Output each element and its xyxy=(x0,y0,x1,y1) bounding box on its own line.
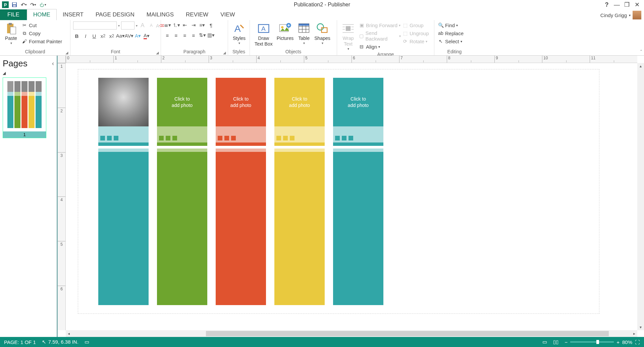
align-text-button[interactable]: ≡▾ xyxy=(199,21,206,29)
photo-placeholder[interactable]: Click to add photo xyxy=(157,78,207,126)
strip-body[interactable] xyxy=(216,152,266,305)
horizontal-scrollbar[interactable]: ◂ ▸ xyxy=(66,330,637,337)
strip-body[interactable] xyxy=(274,152,325,305)
collapse-panel-icon[interactable]: ‹ xyxy=(52,60,54,67)
photo-placeholder[interactable]: Click to add photo xyxy=(333,78,383,126)
outdent-button[interactable]: ⇤ xyxy=(181,21,189,29)
rotate-button[interactable]: ⟳Rotate▾ xyxy=(401,38,432,45)
photo-placeholder[interactable]: Click to add photo xyxy=(216,78,266,126)
tab-mailings[interactable]: MAILINGS xyxy=(141,9,180,20)
underline-button[interactable]: U xyxy=(91,32,98,40)
cut-button[interactable]: ✂Cut xyxy=(21,21,63,29)
line-spacing-button[interactable]: ⇅▾ xyxy=(199,32,206,39)
bookmark-strip[interactable]: Click to add photo xyxy=(216,78,266,305)
font-color-button[interactable]: A▾ xyxy=(143,32,150,40)
tab-page-design[interactable]: PAGE DESIGN xyxy=(90,9,141,20)
tab-insert[interactable]: INSERT xyxy=(57,9,90,20)
object-size-icon[interactable]: ▭ xyxy=(85,339,89,345)
close-icon[interactable]: ✕ xyxy=(633,1,641,8)
styles-button[interactable]: A Styles ▾ xyxy=(231,21,248,46)
superscript-button[interactable]: x2 xyxy=(108,32,115,40)
ungroup-button[interactable]: ⬚Ungroup xyxy=(401,30,432,37)
font-effects-button[interactable]: A▾ xyxy=(134,32,142,40)
columns-button[interactable]: ▥▾ xyxy=(207,32,215,39)
align-button[interactable]: ⊟Align▾ xyxy=(358,43,401,50)
publication-page[interactable]: Click to add photoClick to add photoClic… xyxy=(78,69,599,314)
minimize-icon[interactable]: — xyxy=(613,1,621,8)
undo-icon[interactable]: ↶▾ xyxy=(20,1,28,8)
scroll-thumb[interactable] xyxy=(206,331,609,336)
zoom-out-button[interactable]: − xyxy=(565,339,568,345)
font-size-input[interactable] xyxy=(121,21,135,30)
bookmark-strip[interactable]: Click to add photo xyxy=(274,78,325,305)
pictures-button[interactable]: Pictures xyxy=(275,21,296,42)
align-left-button[interactable]: ≡ xyxy=(164,32,171,39)
photo-placeholder[interactable]: Click to add photo xyxy=(274,78,325,126)
bookmark-strip[interactable]: Click to add photo xyxy=(333,78,383,305)
restore-icon[interactable]: ❐ xyxy=(623,1,631,8)
save-icon[interactable] xyxy=(11,1,18,8)
show-marks-button[interactable]: ¶ xyxy=(207,21,215,29)
table-button[interactable]: Table ▾ xyxy=(296,21,312,46)
scroll-left-icon[interactable]: ◂ xyxy=(66,331,72,337)
dialog-launcher-icon[interactable]: ◢ xyxy=(65,51,69,55)
send-backward-button[interactable]: ▢Send Backward▾ xyxy=(358,30,401,42)
char-spacing-button[interactable]: AV▾ xyxy=(125,32,133,40)
help-icon[interactable]: ? xyxy=(603,1,610,8)
bring-forward-button[interactable]: ▣Bring Forward▾ xyxy=(358,21,401,29)
replace-button[interactable]: abReplace xyxy=(437,30,464,37)
bold-button[interactable]: B xyxy=(73,32,80,40)
change-case-button[interactable]: Aa▾ xyxy=(117,32,124,40)
group-button[interactable]: ⬚Group xyxy=(401,21,432,29)
view-spread-icon[interactable]: ▯▯ xyxy=(553,339,558,345)
tab-home[interactable]: HOME xyxy=(27,9,57,20)
page-thumbnail[interactable]: 1 xyxy=(3,77,46,138)
find-button[interactable]: 🔍Find▾ xyxy=(437,21,464,29)
tab-view[interactable]: VIEW xyxy=(214,9,241,20)
shrink-font-icon[interactable]: A xyxy=(148,22,155,29)
vertical-scrollbar[interactable]: ▴ ▾ xyxy=(637,63,644,330)
tab-review[interactable]: REVIEW xyxy=(180,9,214,20)
zoom-level[interactable]: 80% xyxy=(622,339,632,345)
collapse-ribbon-icon[interactable]: ˆ xyxy=(640,49,642,55)
bookmark-strip[interactable]: Click to add photo xyxy=(157,78,207,305)
dialog-launcher-icon[interactable]: ◢ xyxy=(155,51,159,55)
scroll-down-icon[interactable]: ▾ xyxy=(638,324,644,330)
touch-mode-icon[interactable]: ▾ xyxy=(39,1,46,8)
numbering-button[interactable]: ⒈▾ xyxy=(172,21,180,29)
align-center-button[interactable]: ≡ xyxy=(172,32,180,39)
photo-placeholder[interactable] xyxy=(98,78,149,126)
grow-font-icon[interactable]: A xyxy=(139,22,146,29)
scroll-up-icon[interactable]: ▴ xyxy=(638,63,644,69)
bullets-button[interactable]: ≣▾ xyxy=(164,21,171,29)
draw-textbox-button[interactable]: A Draw Text Box xyxy=(253,21,275,48)
user-account[interactable]: Cindy Grigg ▾ xyxy=(600,11,641,19)
redo-icon[interactable]: ↷▾ xyxy=(30,1,37,8)
strip-body[interactable] xyxy=(157,152,207,305)
format-painter-button[interactable]: 🖌Format Painter xyxy=(21,38,63,45)
paste-button[interactable]: Paste ▾ xyxy=(3,21,19,46)
canvas[interactable]: 01234567891011 123456 Click to add photo… xyxy=(58,56,644,337)
indent-button[interactable]: ⇥ xyxy=(190,21,197,29)
copy-button[interactable]: ⧉Copy xyxy=(21,30,63,37)
zoom-slider[interactable] xyxy=(570,341,614,343)
shapes-button[interactable]: Shapes ▾ xyxy=(312,21,332,46)
subscript-button[interactable]: x2 xyxy=(99,32,107,40)
strip-body[interactable] xyxy=(98,152,149,305)
justify-button[interactable]: ≡ xyxy=(190,32,197,39)
font-name-input[interactable] xyxy=(73,21,117,30)
dialog-launcher-icon[interactable]: ◢ xyxy=(222,51,226,55)
wrap-text-button[interactable]: Wrap Text ▾ xyxy=(340,21,357,52)
select-button[interactable]: ↖Select▾ xyxy=(437,38,464,45)
zoom-in-button[interactable]: + xyxy=(616,339,620,345)
align-right-button[interactable]: ≡ xyxy=(181,32,189,39)
bookmark-strip[interactable] xyxy=(98,78,149,305)
expand-arrow-icon[interactable]: ◢ xyxy=(3,71,54,75)
view-single-icon[interactable]: ▭ xyxy=(542,339,547,345)
strip-body[interactable] xyxy=(333,152,383,305)
scroll-right-icon[interactable]: ▸ xyxy=(631,331,637,337)
zoom-whole-page-icon[interactable]: ⛶ xyxy=(635,339,640,345)
page-indicator[interactable]: PAGE: 1 OF 1 xyxy=(4,339,36,345)
italic-button[interactable]: I xyxy=(82,32,89,40)
tab-file[interactable]: FILE xyxy=(0,9,27,20)
